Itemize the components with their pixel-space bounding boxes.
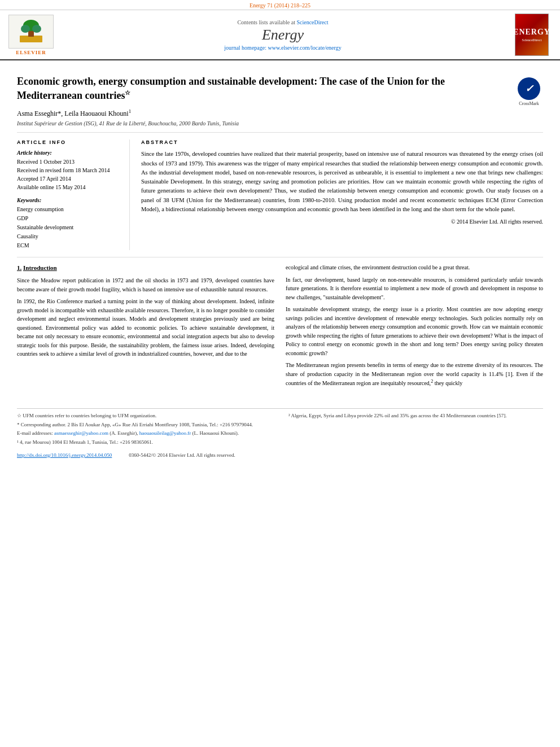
crossmark-label: CrossMark (519, 101, 539, 106)
elsevier-logo-image (8, 15, 54, 49)
journal-url: journal homepage: www.elsevier.com/locat… (62, 45, 504, 51)
footer-note-email: E-mail addresses: asmaesseghir@yahoo.com… (17, 430, 272, 437)
journal-center: Contents lists available at ScienceDirec… (62, 19, 504, 51)
abstract-text: Since the late 1970s, developed countrie… (141, 150, 543, 214)
keyword-2: GDP (17, 214, 121, 223)
intro-heading: 1. Introduction (17, 263, 274, 273)
footer-notes: ☆ UFM countries refer to countries belon… (17, 412, 543, 447)
footer-note-1: ¹ 4, rue Mourou) 1004 El Menzah 1, Tunis… (17, 439, 272, 446)
svg-point-4 (32, 25, 41, 33)
intro-para-1: Since the Meadow report publication in 1… (17, 276, 274, 294)
revised-date: Received in revised form 18 March 2014 (17, 166, 121, 174)
abstract-title: ABSTRACT (141, 139, 543, 145)
keyword-4: Causality (17, 232, 121, 241)
keywords-section: Keywords: Energy consumption GDP Sustain… (17, 197, 121, 250)
copyright: © 2014 Elsevier Ltd. All rights reserved… (141, 219, 543, 225)
keywords-label: Keywords: (17, 197, 121, 203)
right-para-4: The Mediterranean region presents benefi… (286, 361, 543, 388)
abstract-col: ABSTRACT Since the late 1970s, developed… (141, 139, 543, 250)
history-label: Article history: (17, 150, 121, 156)
article-title-text: Economic growth, energy consumption and … (17, 75, 509, 126)
sciencedirect-link[interactable]: ScienceDirect (296, 19, 328, 25)
journal-cover: ENERGY ScienceDirect (509, 14, 554, 56)
info-abstract-section: ARTICLE INFO Article history: Received 1… (17, 133, 543, 257)
article-title: Economic growth, energy consumption and … (17, 75, 509, 103)
sciencedirect-label: Contents lists available at ScienceDirec… (62, 19, 504, 25)
journal-url-link[interactable]: journal homepage: www.elsevier.com/locat… (224, 45, 341, 51)
keyword-5: ECM (17, 241, 121, 250)
issn-text: 0360-5442/© 2014 Elsevier Ltd. All right… (129, 452, 235, 458)
right-para-3: In sustainable development strategy, the… (286, 305, 543, 357)
footer-area: ☆ UFM countries refer to countries belon… (17, 408, 543, 457)
elsevier-logo: ELSEVIER (6, 15, 56, 55)
email2-link[interactable]: haouaouileilag@yahoo.fr (139, 430, 191, 436)
received-date: Received 1 October 2013 (17, 158, 121, 166)
available-date: Available online 15 May 2014 (17, 183, 121, 191)
footer-right: ² Algeria, Egypt, Syria and Libya provid… (288, 412, 543, 447)
elsevier-text: ELSEVIER (16, 50, 46, 55)
journal-header: ELSEVIER Contents lists available at Sci… (0, 10, 560, 60)
right-para-2: In fact, our development, based largely … (286, 276, 543, 302)
footer-note-corresponding: * Corresponding author. 2 Bis El Aoukar … (17, 421, 272, 429)
citation-bar: Energy 71 (2014) 218–225 (0, 0, 560, 10)
keyword-3: Sustainable development (17, 223, 121, 232)
doi-link[interactable]: http://dx.doi.org/10.1016/j.energy.2014.… (17, 452, 112, 458)
journal-name: Energy (62, 27, 504, 43)
body-right-col: ecological and climate crises, the envir… (286, 263, 543, 391)
keyword-1: Energy consumption (17, 205, 121, 214)
citation-text: Energy 71 (2014) 218–225 (250, 2, 310, 8)
right-para-1: ecological and climate crises, the envir… (286, 263, 543, 272)
footer-bottom: http://dx.doi.org/10.1016/j.energy.2014.… (17, 452, 543, 458)
crossmark-icon: ✓ (518, 77, 540, 100)
authors: Asma Esseghir*, Leila Haouaoui Khouni1 (17, 108, 509, 118)
article-title-section: Economic growth, energy consumption and … (17, 66, 543, 133)
article-info-title: ARTICLE INFO (17, 139, 121, 145)
crossmark-badge: ✓ CrossMark (515, 77, 543, 106)
energy-cover-image: ENERGY ScienceDirect (515, 14, 549, 56)
article-history: Article history: Received 1 October 2013… (17, 150, 121, 191)
intro-para-2: In 1992, the Rio Conference marked a tur… (17, 297, 274, 359)
affiliation: Institut Supérieur de Gestion (ISG), 41 … (17, 120, 509, 126)
email1-link[interactable]: asmaesseghir@yahoo.com (54, 430, 108, 436)
svg-point-3 (21, 25, 30, 33)
body-left-col: 1. Introduction Since the Meadow report … (17, 263, 274, 391)
main-content: Economic growth, energy consumption and … (0, 60, 560, 464)
body-columns: 1. Introduction Since the Meadow report … (17, 263, 543, 391)
footer-note-2: ² Algeria, Egypt, Syria and Libya provid… (288, 412, 543, 420)
body-section: 1. Introduction Since the Meadow report … (17, 257, 543, 397)
accepted-date: Accepted 17 April 2014 (17, 174, 121, 183)
article-info-col: ARTICLE INFO Article history: Received 1… (17, 139, 130, 250)
footer-left: ☆ UFM countries refer to countries belon… (17, 412, 272, 447)
footer-note-star: ☆ UFM countries refer to countries belon… (17, 412, 272, 420)
